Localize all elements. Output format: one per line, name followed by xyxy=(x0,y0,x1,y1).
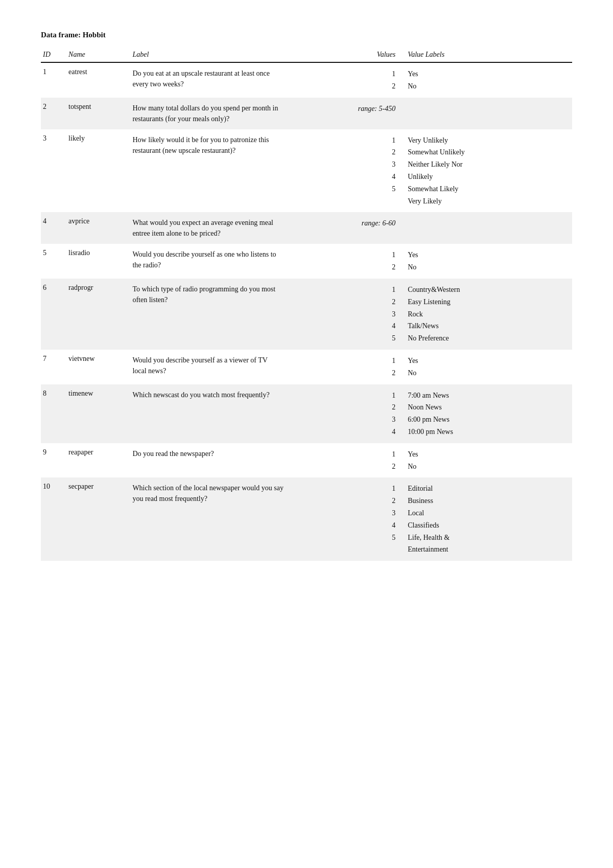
cell-values: 1 2 xyxy=(348,443,406,478)
cell-values: 1 2 3 4 5 xyxy=(348,477,406,561)
table-row: 8timenewWhich newscast do you watch most… xyxy=(41,384,572,443)
table-row: 4avpriceWhat would you expect an average… xyxy=(41,212,572,244)
cell-id: 9 xyxy=(41,443,66,478)
table-row: 2totspentHow many total dollars do you s… xyxy=(41,98,572,129)
table-row: 1eatrestDo you eat at an upscale restaur… xyxy=(41,62,572,98)
cell-value-labels: 7:00 am News Noon News 6:00 pm News 10:0… xyxy=(406,384,572,443)
cell-value-labels xyxy=(406,212,572,244)
cell-value-labels: Yes No xyxy=(406,244,572,279)
cell-id: 5 xyxy=(41,244,66,279)
header-value-labels: Value Labels xyxy=(406,48,572,62)
cell-values: 1 2 3 4 5 xyxy=(348,129,406,213)
cell-name: reapaper xyxy=(66,443,130,478)
header-label: Label xyxy=(130,48,348,62)
cell-label: Would you describe yourself as one who l… xyxy=(130,244,348,279)
cell-value-labels: Editorial Business Local Classifieds Lif… xyxy=(406,477,572,561)
cell-name: totspent xyxy=(66,98,130,129)
dataframe-title: Data frame: Hobbit xyxy=(41,31,572,39)
cell-name: secpaper xyxy=(66,477,130,561)
cell-id: 4 xyxy=(41,212,66,244)
cell-id: 6 xyxy=(41,279,66,350)
header-name: Name xyxy=(66,48,130,62)
cell-value-labels: Yes No xyxy=(406,443,572,478)
cell-label: Which newscast do you watch most frequen… xyxy=(130,384,348,443)
cell-values: 1 2 3 4 xyxy=(348,384,406,443)
cell-label: Do you eat at an upscale restaurant at l… xyxy=(130,62,348,98)
cell-label: Which section of the local newspaper wou… xyxy=(130,477,348,561)
cell-values: range: 5-450 xyxy=(348,98,406,129)
cell-value-labels: Yes No xyxy=(406,350,572,384)
cell-label: Do you read the newspaper? xyxy=(130,443,348,478)
cell-label: Would you describe yourself as a viewer … xyxy=(130,350,348,384)
header-id: ID xyxy=(41,48,66,62)
cell-id: 8 xyxy=(41,384,66,443)
cell-value-labels: Yes No xyxy=(406,62,572,98)
table-row: 10secpaperWhich section of the local new… xyxy=(41,477,572,561)
cell-name: likely xyxy=(66,129,130,213)
header-values: Values xyxy=(348,48,406,62)
table-row: 6radprogrTo which type of radio programm… xyxy=(41,279,572,350)
cell-name: vietvnew xyxy=(66,350,130,384)
cell-name: radprogr xyxy=(66,279,130,350)
cell-label: How many total dollars do you spend per … xyxy=(130,98,348,129)
cell-value-labels: Very Unlikely Somewhat Unlikely Neither … xyxy=(406,129,572,213)
cell-id: 7 xyxy=(41,350,66,384)
cell-label: To which type of radio programming do yo… xyxy=(130,279,348,350)
cell-name: avprice xyxy=(66,212,130,244)
cell-id: 1 xyxy=(41,62,66,98)
data-table: ID Name Label Values Value Labels 1eatre… xyxy=(41,48,572,561)
cell-name: timenew xyxy=(66,384,130,443)
table-row: 7vietvnewWould you describe yourself as … xyxy=(41,350,572,384)
table-row: 9reapaperDo you read the newspaper?1 2Ye… xyxy=(41,443,572,478)
cell-value-labels: Country&Western Easy Listening Rock Talk… xyxy=(406,279,572,350)
cell-value-labels xyxy=(406,98,572,129)
cell-values: range: 6-60 xyxy=(348,212,406,244)
table-row: 3likelyHow likely would it be for you to… xyxy=(41,129,572,213)
cell-label: How likely would it be for you to patron… xyxy=(130,129,348,213)
cell-id: 10 xyxy=(41,477,66,561)
table-header-row: ID Name Label Values Value Labels xyxy=(41,48,572,62)
cell-id: 2 xyxy=(41,98,66,129)
table-row: 5lisradioWould you describe yourself as … xyxy=(41,244,572,279)
cell-id: 3 xyxy=(41,129,66,213)
cell-name: lisradio xyxy=(66,244,130,279)
cell-name: eatrest xyxy=(66,62,130,98)
cell-values: 1 2 xyxy=(348,62,406,98)
cell-values: 1 2 3 4 5 xyxy=(348,279,406,350)
cell-values: 1 2 xyxy=(348,350,406,384)
cell-values: 1 2 xyxy=(348,244,406,279)
cell-label: What would you expect an average evening… xyxy=(130,212,348,244)
